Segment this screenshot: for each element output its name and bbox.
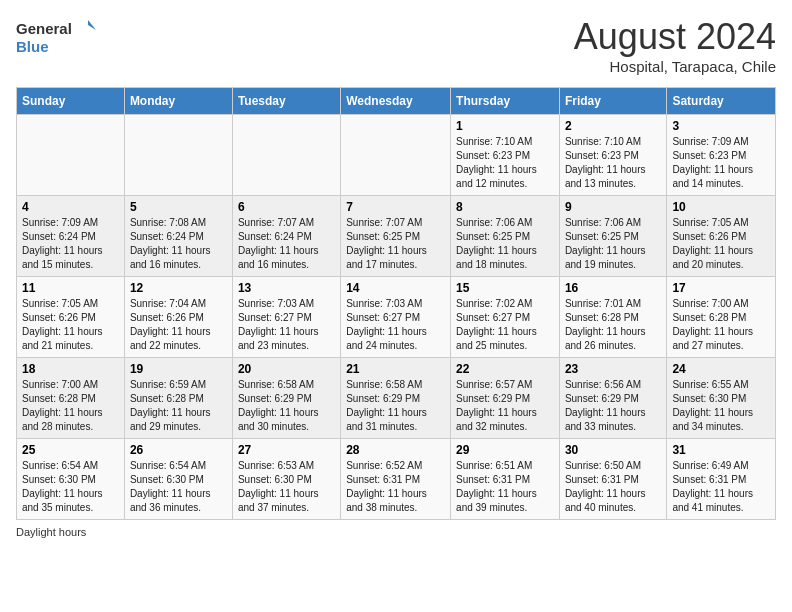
day-info: Sunrise: 6:55 AM Sunset: 6:30 PM Dayligh… — [672, 379, 753, 432]
day-info: Sunrise: 7:10 AM Sunset: 6:23 PM Dayligh… — [565, 136, 646, 189]
day-cell: 10Sunrise: 7:05 AM Sunset: 6:26 PM Dayli… — [667, 196, 776, 277]
day-number: 6 — [238, 200, 335, 214]
day-info: Sunrise: 7:03 AM Sunset: 6:27 PM Dayligh… — [238, 298, 319, 351]
day-cell: 12Sunrise: 7:04 AM Sunset: 6:26 PM Dayli… — [124, 277, 232, 358]
week-row-4: 18Sunrise: 7:00 AM Sunset: 6:28 PM Dayli… — [17, 358, 776, 439]
day-number: 11 — [22, 281, 119, 295]
day-info: Sunrise: 6:49 AM Sunset: 6:31 PM Dayligh… — [672, 460, 753, 513]
day-number: 28 — [346, 443, 445, 457]
footer-note: Daylight hours — [16, 526, 776, 538]
day-info: Sunrise: 6:52 AM Sunset: 6:31 PM Dayligh… — [346, 460, 427, 513]
day-cell — [341, 115, 451, 196]
day-number: 20 — [238, 362, 335, 376]
svg-marker-2 — [88, 20, 96, 30]
day-cell: 8Sunrise: 7:06 AM Sunset: 6:25 PM Daylig… — [451, 196, 560, 277]
day-info: Sunrise: 7:10 AM Sunset: 6:23 PM Dayligh… — [456, 136, 537, 189]
day-cell: 20Sunrise: 6:58 AM Sunset: 6:29 PM Dayli… — [232, 358, 340, 439]
col-header-friday: Friday — [559, 88, 666, 115]
day-number: 21 — [346, 362, 445, 376]
day-number: 2 — [565, 119, 661, 133]
day-info: Sunrise: 7:04 AM Sunset: 6:26 PM Dayligh… — [130, 298, 211, 351]
day-number: 24 — [672, 362, 770, 376]
day-info: Sunrise: 7:06 AM Sunset: 6:25 PM Dayligh… — [456, 217, 537, 270]
day-cell: 29Sunrise: 6:51 AM Sunset: 6:31 PM Dayli… — [451, 439, 560, 520]
col-header-monday: Monday — [124, 88, 232, 115]
logo: General Blue — [16, 16, 96, 58]
col-header-thursday: Thursday — [451, 88, 560, 115]
col-header-wednesday: Wednesday — [341, 88, 451, 115]
day-cell: 24Sunrise: 6:55 AM Sunset: 6:30 PM Dayli… — [667, 358, 776, 439]
week-row-3: 11Sunrise: 7:05 AM Sunset: 6:26 PM Dayli… — [17, 277, 776, 358]
day-cell: 1Sunrise: 7:10 AM Sunset: 6:23 PM Daylig… — [451, 115, 560, 196]
col-header-tuesday: Tuesday — [232, 88, 340, 115]
day-cell — [17, 115, 125, 196]
svg-text:General: General — [16, 20, 72, 37]
week-row-2: 4Sunrise: 7:09 AM Sunset: 6:24 PM Daylig… — [17, 196, 776, 277]
day-cell: 25Sunrise: 6:54 AM Sunset: 6:30 PM Dayli… — [17, 439, 125, 520]
day-cell: 4Sunrise: 7:09 AM Sunset: 6:24 PM Daylig… — [17, 196, 125, 277]
day-cell: 16Sunrise: 7:01 AM Sunset: 6:28 PM Dayli… — [559, 277, 666, 358]
day-cell: 14Sunrise: 7:03 AM Sunset: 6:27 PM Dayli… — [341, 277, 451, 358]
day-cell: 5Sunrise: 7:08 AM Sunset: 6:24 PM Daylig… — [124, 196, 232, 277]
day-number: 19 — [130, 362, 227, 376]
day-number: 15 — [456, 281, 554, 295]
day-cell: 17Sunrise: 7:00 AM Sunset: 6:28 PM Dayli… — [667, 277, 776, 358]
day-cell: 13Sunrise: 7:03 AM Sunset: 6:27 PM Dayli… — [232, 277, 340, 358]
day-number: 23 — [565, 362, 661, 376]
day-cell: 28Sunrise: 6:52 AM Sunset: 6:31 PM Dayli… — [341, 439, 451, 520]
day-info: Sunrise: 6:57 AM Sunset: 6:29 PM Dayligh… — [456, 379, 537, 432]
day-cell: 6Sunrise: 7:07 AM Sunset: 6:24 PM Daylig… — [232, 196, 340, 277]
day-number: 5 — [130, 200, 227, 214]
day-number: 18 — [22, 362, 119, 376]
day-number: 1 — [456, 119, 554, 133]
day-number: 7 — [346, 200, 445, 214]
title-area: August 2024 Hospital, Tarapaca, Chile — [574, 16, 776, 75]
day-cell: 22Sunrise: 6:57 AM Sunset: 6:29 PM Dayli… — [451, 358, 560, 439]
day-number: 4 — [22, 200, 119, 214]
day-info: Sunrise: 6:54 AM Sunset: 6:30 PM Dayligh… — [130, 460, 211, 513]
day-info: Sunrise: 7:00 AM Sunset: 6:28 PM Dayligh… — [22, 379, 103, 432]
day-cell: 31Sunrise: 6:49 AM Sunset: 6:31 PM Dayli… — [667, 439, 776, 520]
day-info: Sunrise: 7:06 AM Sunset: 6:25 PM Dayligh… — [565, 217, 646, 270]
day-info: Sunrise: 7:02 AM Sunset: 6:27 PM Dayligh… — [456, 298, 537, 351]
day-info: Sunrise: 7:08 AM Sunset: 6:24 PM Dayligh… — [130, 217, 211, 270]
svg-text:Blue: Blue — [16, 38, 49, 55]
week-row-5: 25Sunrise: 6:54 AM Sunset: 6:30 PM Dayli… — [17, 439, 776, 520]
day-number: 29 — [456, 443, 554, 457]
day-number: 25 — [22, 443, 119, 457]
page-header: General Blue August 2024 Hospital, Tarap… — [16, 16, 776, 75]
day-cell: 19Sunrise: 6:59 AM Sunset: 6:28 PM Dayli… — [124, 358, 232, 439]
day-cell — [124, 115, 232, 196]
day-info: Sunrise: 6:53 AM Sunset: 6:30 PM Dayligh… — [238, 460, 319, 513]
day-cell: 11Sunrise: 7:05 AM Sunset: 6:26 PM Dayli… — [17, 277, 125, 358]
day-cell: 21Sunrise: 6:58 AM Sunset: 6:29 PM Dayli… — [341, 358, 451, 439]
logo-svg: General Blue — [16, 16, 96, 58]
day-cell: 7Sunrise: 7:07 AM Sunset: 6:25 PM Daylig… — [341, 196, 451, 277]
day-info: Sunrise: 7:03 AM Sunset: 6:27 PM Dayligh… — [346, 298, 427, 351]
day-cell: 30Sunrise: 6:50 AM Sunset: 6:31 PM Dayli… — [559, 439, 666, 520]
day-number: 9 — [565, 200, 661, 214]
day-number: 26 — [130, 443, 227, 457]
day-info: Sunrise: 6:58 AM Sunset: 6:29 PM Dayligh… — [346, 379, 427, 432]
month-title: August 2024 — [574, 16, 776, 58]
day-cell — [232, 115, 340, 196]
day-number: 10 — [672, 200, 770, 214]
week-row-1: 1Sunrise: 7:10 AM Sunset: 6:23 PM Daylig… — [17, 115, 776, 196]
days-header-row: SundayMondayTuesdayWednesdayThursdayFrid… — [17, 88, 776, 115]
day-info: Sunrise: 7:07 AM Sunset: 6:24 PM Dayligh… — [238, 217, 319, 270]
day-number: 3 — [672, 119, 770, 133]
location-subtitle: Hospital, Tarapaca, Chile — [574, 58, 776, 75]
day-cell: 23Sunrise: 6:56 AM Sunset: 6:29 PM Dayli… — [559, 358, 666, 439]
day-info: Sunrise: 6:50 AM Sunset: 6:31 PM Dayligh… — [565, 460, 646, 513]
day-info: Sunrise: 7:05 AM Sunset: 6:26 PM Dayligh… — [672, 217, 753, 270]
day-info: Sunrise: 6:56 AM Sunset: 6:29 PM Dayligh… — [565, 379, 646, 432]
day-number: 12 — [130, 281, 227, 295]
day-number: 22 — [456, 362, 554, 376]
day-info: Sunrise: 6:51 AM Sunset: 6:31 PM Dayligh… — [456, 460, 537, 513]
day-info: Sunrise: 7:00 AM Sunset: 6:28 PM Dayligh… — [672, 298, 753, 351]
col-header-sunday: Sunday — [17, 88, 125, 115]
day-info: Sunrise: 6:59 AM Sunset: 6:28 PM Dayligh… — [130, 379, 211, 432]
day-info: Sunrise: 6:58 AM Sunset: 6:29 PM Dayligh… — [238, 379, 319, 432]
day-cell: 27Sunrise: 6:53 AM Sunset: 6:30 PM Dayli… — [232, 439, 340, 520]
col-header-saturday: Saturday — [667, 88, 776, 115]
